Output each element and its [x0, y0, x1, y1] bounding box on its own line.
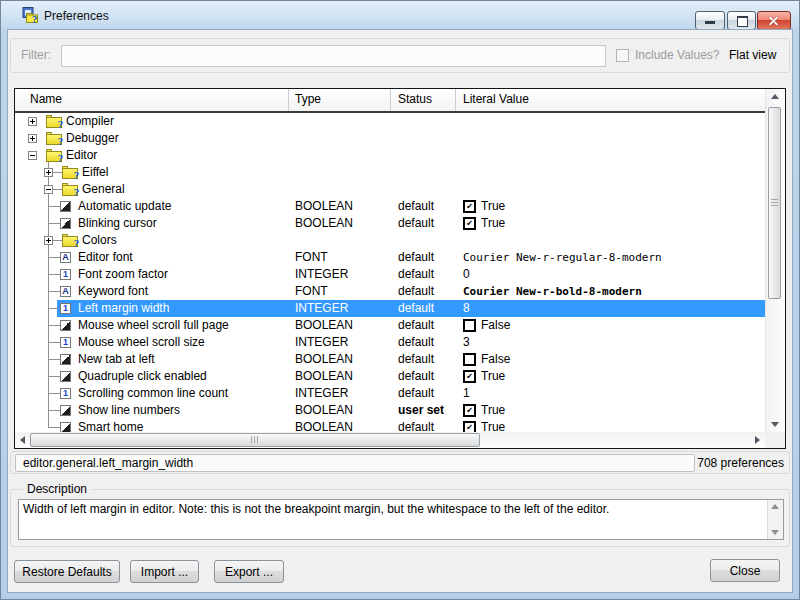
- pref-status: default: [398, 283, 434, 300]
- expand-icon[interactable]: [28, 117, 37, 126]
- tree-connector: [48, 325, 60, 326]
- column-header-literal-value[interactable]: Literal Value: [463, 89, 529, 110]
- pref-type: INTEGER: [295, 334, 348, 351]
- tree-connector: [48, 257, 60, 258]
- expand-icon[interactable]: [44, 168, 53, 177]
- tree-connector: [53, 189, 62, 190]
- scroll-left-button[interactable]: [15, 432, 31, 448]
- column-divider[interactable]: [455, 89, 456, 111]
- preferences-tree-table: Name Type Status Literal Value ?Compiler…: [14, 88, 786, 449]
- folder-icon: ?: [62, 166, 78, 179]
- column-divider[interactable]: [288, 89, 289, 111]
- value-checkbox[interactable]: [463, 353, 476, 366]
- pref-status: default: [398, 266, 434, 283]
- close-button[interactable]: Close: [710, 559, 780, 582]
- table-row[interactable]: Show line numbersBOOLEANuser set✔True: [15, 402, 765, 419]
- preferences-count: 708 preferences: [697, 452, 784, 474]
- pref-category-name: Editor: [66, 147, 97, 164]
- vertical-scroll-thumb[interactable]: [768, 107, 781, 299]
- minimize-icon: [705, 21, 715, 24]
- value-checkbox[interactable]: ✔: [463, 370, 476, 383]
- pref-type: INTEGER: [295, 385, 348, 402]
- table-row[interactable]: AKeyword fontFONTdefaultCourier New-r-bo…: [15, 283, 765, 300]
- restore-defaults-button[interactable]: Restore Defaults: [14, 560, 120, 583]
- table-row[interactable]: 1Font zoom factorINTEGERdefault0: [15, 266, 765, 283]
- pref-name: Quadruple click enabled: [78, 368, 207, 385]
- export-button[interactable]: Export ...: [214, 560, 284, 583]
- scroll-right-button[interactable]: [749, 432, 765, 448]
- pref-value: 1: [463, 385, 470, 402]
- horizontal-scrollbar[interactable]: [15, 432, 765, 448]
- pref-type: BOOLEAN: [295, 215, 353, 232]
- collapse-icon[interactable]: [44, 185, 53, 194]
- filter-input[interactable]: [61, 45, 606, 67]
- boolean-icon: [60, 218, 71, 229]
- value-checkbox[interactable]: [463, 319, 476, 332]
- pref-type: BOOLEAN: [295, 351, 353, 368]
- pref-status: default: [398, 249, 434, 266]
- pref-status: default: [398, 317, 434, 334]
- value-checkbox[interactable]: ✔: [463, 421, 476, 432]
- column-header-name[interactable]: Name: [30, 89, 62, 110]
- table-row[interactable]: Blinking cursorBOOLEANdefault✔True: [15, 215, 765, 232]
- svg-text:?: ?: [32, 15, 37, 24]
- pref-type: BOOLEAN: [295, 402, 353, 419]
- flat-view-button[interactable]: Flat view: [729, 39, 776, 72]
- status-strip: editor.general.left_margin_width 708 pre…: [10, 451, 790, 474]
- boolean-icon: [60, 320, 71, 331]
- table-row[interactable]: Smart homeBOOLEANdefault✔True: [15, 419, 765, 432]
- window-title: Preferences: [44, 9, 109, 23]
- table-row[interactable]: AEditor fontFONTdefaultCourier New-r-reg…: [15, 249, 765, 266]
- pref-status: default: [398, 385, 434, 402]
- maximize-button[interactable]: [727, 11, 756, 30]
- table-row[interactable]: New tab at leftBOOLEANdefaultFalse: [15, 351, 765, 368]
- horizontal-scroll-thumb[interactable]: [30, 433, 480, 447]
- folder-icon: ?: [46, 149, 62, 162]
- pref-category-name: Colors: [82, 232, 117, 249]
- tree-connector: [48, 206, 60, 207]
- table-row[interactable]: Quadruple click enabledBOOLEANdefault✔Tr…: [15, 368, 765, 385]
- table-row[interactable]: ?Colors: [15, 232, 765, 249]
- table-row[interactable]: 1Left margin widthINTEGERdefault8: [15, 300, 765, 317]
- scroll-up-button[interactable]: [767, 89, 783, 105]
- collapse-icon[interactable]: [28, 151, 37, 160]
- include-values-checkbox[interactable]: [616, 49, 629, 62]
- table-row[interactable]: 1Mouse wheel scroll sizeINTEGERdefault3: [15, 334, 765, 351]
- table-row[interactable]: ?Compiler: [15, 113, 765, 130]
- value-checkbox[interactable]: ✔: [463, 217, 476, 230]
- table-row[interactable]: 1Scrolling common line countINTEGERdefau…: [15, 385, 765, 402]
- expand-icon[interactable]: [44, 236, 53, 245]
- integer-icon: 1: [60, 269, 71, 280]
- pref-name: Scrolling common line count: [78, 385, 228, 402]
- pref-status: default: [398, 351, 434, 368]
- folder-icon: ?: [46, 132, 62, 145]
- pref-type: FONT: [295, 249, 328, 266]
- description-text-box[interactable]: Width of left margin in editor. Note: th…: [18, 499, 784, 540]
- import-button[interactable]: Import ...: [130, 560, 199, 583]
- pref-name: Left margin width: [78, 300, 169, 317]
- scroll-down-button[interactable]: [767, 416, 783, 432]
- table-row[interactable]: ?Debugger: [15, 130, 765, 147]
- vertical-scrollbar[interactable]: [765, 89, 785, 432]
- column-header-status[interactable]: Status: [398, 89, 432, 110]
- pref-status: default: [398, 198, 434, 215]
- pref-name: Font zoom factor: [78, 266, 168, 283]
- description-scrollbar[interactable]: [767, 500, 783, 539]
- minimize-button[interactable]: [695, 11, 725, 30]
- table-row[interactable]: ?Editor: [15, 147, 765, 164]
- expand-icon[interactable]: [28, 134, 37, 143]
- value-checkbox[interactable]: ✔: [463, 200, 476, 213]
- column-divider[interactable]: [390, 89, 391, 111]
- close-window-button[interactable]: [757, 11, 791, 30]
- table-row[interactable]: ?Eiffel: [15, 164, 765, 181]
- pref-name: New tab at left: [78, 351, 155, 368]
- arrow-left-icon: [20, 436, 25, 444]
- value-checkbox[interactable]: ✔: [463, 404, 476, 417]
- column-header-type[interactable]: Type: [295, 89, 321, 110]
- table-row[interactable]: Automatic updateBOOLEANdefault✔True: [15, 198, 765, 215]
- preferences-app-icon: ?: [22, 7, 38, 23]
- table-row[interactable]: Mouse wheel scroll full pageBOOLEANdefau…: [15, 317, 765, 334]
- pref-name: Smart home: [78, 419, 143, 432]
- integer-icon: 1: [60, 303, 71, 314]
- table-row[interactable]: ?General: [15, 181, 765, 198]
